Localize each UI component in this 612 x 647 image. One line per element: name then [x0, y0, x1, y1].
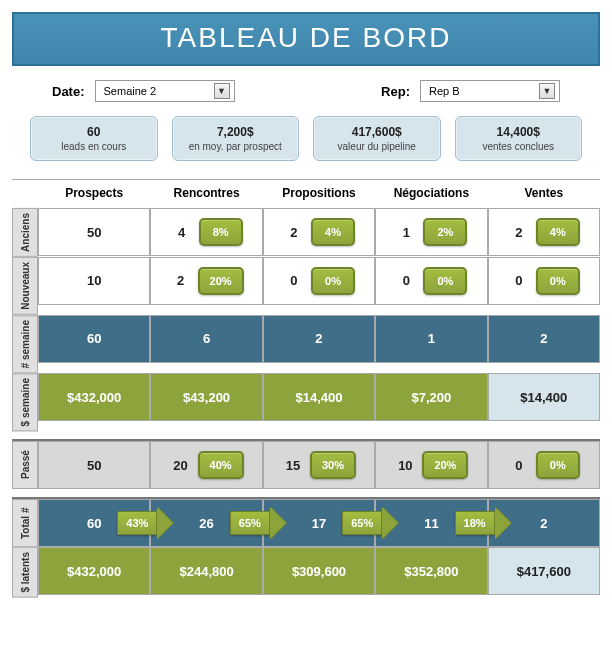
kpi-value: 7,200$ — [179, 125, 293, 139]
cell-value: $432,000 — [67, 390, 121, 405]
cell-value: $7,200 — [412, 390, 452, 405]
data-cell: 220% — [150, 257, 262, 305]
cell-value: $352,800 — [404, 564, 458, 579]
rep-select[interactable]: Rep B ▼ — [420, 80, 560, 102]
data-cell: 48% — [150, 208, 262, 256]
data-cell: 1 — [375, 315, 487, 363]
data-cell: 2 — [488, 315, 600, 363]
data-cell: 50 — [38, 441, 150, 489]
date-select[interactable]: Semaine 2 ▼ — [95, 80, 235, 102]
percent-badge: 0% — [311, 267, 355, 295]
cell-value: 4 — [171, 225, 193, 240]
cell-value: $244,800 — [179, 564, 233, 579]
column-header: Ventes — [488, 180, 600, 208]
cell-value: 10 — [394, 458, 416, 473]
cell-value: 0 — [508, 458, 530, 473]
cell-value: $417,600 — [517, 564, 571, 579]
data-cell: 12% — [375, 208, 487, 256]
page-title: TABLEAU DE BORD — [12, 12, 600, 66]
percent-badge: 20% — [198, 267, 244, 295]
percent-badge: 2% — [423, 218, 467, 246]
row-label: Nouveaux — [12, 257, 38, 315]
cell-value: $43,200 — [183, 390, 230, 405]
arrow-label: 43% — [117, 511, 157, 535]
data-cell: $14,400 — [488, 373, 600, 421]
arrow-label: 65% — [342, 511, 382, 535]
cell-value: 2 — [533, 516, 555, 531]
rep-select-value: Rep B — [429, 85, 460, 97]
pipeline-grid-total: Total #6043%2665%1765%1118%2$ latents$43… — [12, 497, 600, 598]
percent-badge: 0% — [536, 267, 580, 295]
flow-arrow: 18% — [455, 507, 511, 539]
row-label: $ latents — [12, 547, 38, 598]
column-header: Rencontres — [150, 180, 262, 208]
date-label: Date: — [52, 84, 85, 99]
date-select-value: Semaine 2 — [104, 85, 157, 97]
row-label: # semaine — [12, 315, 38, 373]
cell-value: 11 — [420, 516, 442, 531]
cell-value: 15 — [282, 458, 304, 473]
data-cell: $14,400 — [263, 373, 375, 421]
data-cell: 24% — [488, 208, 600, 256]
data-cell: 50 — [38, 208, 150, 256]
percent-badge: 4% — [536, 218, 580, 246]
row-label: Total # — [12, 499, 38, 547]
data-cell: 6043% — [38, 499, 150, 547]
kpi-value: 417,600$ — [320, 125, 434, 139]
cell-value: 20 — [170, 458, 192, 473]
arrow-right-icon — [382, 507, 398, 539]
cell-value: 2 — [508, 225, 530, 240]
chevron-down-icon: ▼ — [214, 83, 230, 99]
data-cell: $432,000 — [38, 547, 150, 595]
data-cell: $244,800 — [150, 547, 262, 595]
data-cell: 2 — [263, 315, 375, 363]
kpi-value: 14,400$ — [462, 125, 576, 139]
data-cell: 00% — [375, 257, 487, 305]
percent-badge: 4% — [311, 218, 355, 246]
cell-value: 0 — [395, 273, 417, 288]
column-header: Négociations — [375, 180, 487, 208]
data-cell: 2040% — [150, 441, 262, 489]
row-label: Anciens — [12, 208, 38, 257]
kpi-card: 60leads en cours — [30, 116, 158, 161]
cell-value: $432,000 — [67, 564, 121, 579]
kpi-label: valeur du pipeline — [320, 141, 434, 152]
cell-value: 2 — [283, 225, 305, 240]
data-cell: 00% — [488, 257, 600, 305]
data-cell: 1530% — [263, 441, 375, 489]
kpi-value: 60 — [37, 125, 151, 139]
cell-value: $14,400 — [520, 390, 567, 405]
cell-value: 60 — [83, 331, 105, 346]
percent-badge: 40% — [198, 451, 244, 479]
data-cell: $309,600 — [263, 547, 375, 595]
arrow-right-icon — [157, 507, 173, 539]
arrow-label: 65% — [230, 511, 270, 535]
flow-arrow: 43% — [117, 507, 173, 539]
cell-value: 2 — [170, 273, 192, 288]
column-header: Propositions — [263, 180, 375, 208]
cell-value: 60 — [83, 516, 105, 531]
data-cell: $432,000 — [38, 373, 150, 421]
cell-value: 6 — [196, 331, 218, 346]
percent-badge: 0% — [423, 267, 467, 295]
rep-label: Rep: — [381, 84, 410, 99]
kpi-label: ventes conclues — [462, 141, 576, 152]
cell-value: 2 — [308, 331, 330, 346]
data-cell: $43,200 — [150, 373, 262, 421]
cell-value: 1 — [420, 331, 442, 346]
arrow-right-icon — [495, 507, 511, 539]
arrow-right-icon — [270, 507, 286, 539]
flow-arrow: 65% — [342, 507, 398, 539]
percent-badge: 30% — [310, 451, 356, 479]
row-label: $ semaine — [12, 373, 38, 431]
kpi-card: 7,200$en moy. par prospect — [172, 116, 300, 161]
data-cell: $7,200 — [375, 373, 487, 421]
pipeline-grid-main: ProspectsRencontresPropositionsNégociati… — [12, 179, 600, 431]
filter-bar: Date: Semaine 2 ▼ Rep: Rep B ▼ — [12, 80, 600, 106]
cell-value: 50 — [83, 458, 105, 473]
data-cell: 10 — [38, 257, 150, 305]
data-cell: $417,600 — [488, 547, 600, 595]
row-label: Passé — [12, 441, 38, 489]
cell-value: 50 — [83, 225, 105, 240]
percent-badge: 0% — [536, 451, 580, 479]
